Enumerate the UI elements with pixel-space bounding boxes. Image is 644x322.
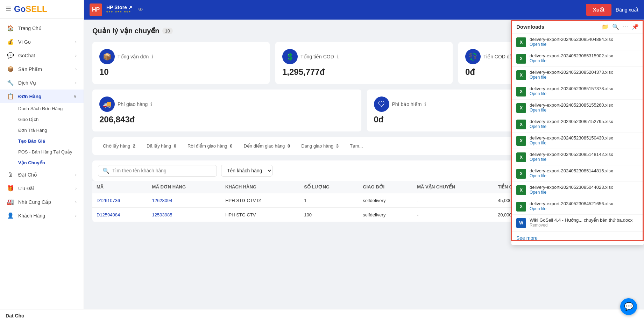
sidebar-item-san-pham[interactable]: 📦 Sản Phẩm ›	[0, 62, 84, 76]
info-icon: ℹ	[151, 54, 153, 59]
xuat-button[interactable]: Xuất	[586, 4, 611, 16]
info-icon: ℹ	[424, 101, 426, 107]
download-item[interactable]: Xdelivery-export-20240523084521656.xlsxO…	[511, 198, 644, 215]
col-giao-boi: GIAO BỞI	[359, 181, 413, 193]
sidebar: ☰ GoSELL 🏠 Trang Chủ 💰 Ví Go › 💬 GoChat …	[0, 0, 84, 322]
sidebar-item-giao-dich[interactable]: Giao Dịch	[0, 114, 84, 125]
sidebar-item-vi-go[interactable]: 💰 Ví Go ›	[0, 35, 84, 49]
download-info: delivery-export-20240523085150430.xlsxOp…	[530, 135, 639, 145]
gift-icon: 🎁	[7, 185, 14, 192]
download-filename: delivery-export-20240523085204373.xlsx	[530, 70, 639, 75]
sidebar-item-nha-cung-cap[interactable]: 🏭 Nhà Cung Cấp ›	[0, 195, 84, 209]
sidebar-item-pos[interactable]: POS - Bán Hàng Tại Quầy	[0, 146, 84, 157]
filter-select[interactable]: Tên khách hàng	[221, 165, 273, 177]
more-icon[interactable]: ⋯	[623, 23, 628, 30]
download-item[interactable]: Xdelivery-export-20240523085044023.xlsxO…	[511, 182, 644, 198]
tab-da-lay-hang[interactable]: Đã lấy hàng 0	[142, 141, 181, 151]
ma-don-link[interactable]: 12628094	[152, 198, 172, 203]
download-item[interactable]: Xdelivery-export-20240523085404884.xlsxO…	[511, 34, 644, 50]
download-open-file[interactable]: Open file	[530, 206, 639, 211]
download-item[interactable]: Xdelivery-export-20240523085152795.xlsxO…	[511, 116, 644, 133]
download-item[interactable]: Xdelivery-export-20240523085157378.xlsxO…	[511, 83, 644, 100]
download-open-file[interactable]: Open file	[530, 75, 639, 80]
excel-icon: X	[516, 103, 526, 113]
tab-dang-giao[interactable]: Đang giao hàng 3	[296, 141, 344, 151]
download-item[interactable]: WWiki GoSell 4.4 - Hướng... chuyển bên t…	[511, 215, 644, 231]
sidebar-item-gochat[interactable]: 💬 GoChat ›	[0, 49, 84, 62]
tab-roi-diem[interactable]: Rời điểm giao hàng 0	[183, 141, 237, 151]
download-item[interactable]: Xdelivery-export-20240523085204373.xlsxO…	[511, 67, 644, 83]
download-open-file[interactable]: Open file	[530, 42, 639, 47]
sidebar-item-don-hang[interactable]: 📋 Đơn Hàng ∨	[0, 90, 84, 103]
ma-link[interactable]: D12610736	[97, 198, 120, 203]
excel-icon: X	[516, 54, 526, 64]
download-item[interactable]: Xdelivery-export-20240523085315902.xlsxO…	[511, 50, 644, 67]
stat-value-tong-van-don: 10	[99, 67, 263, 77]
download-item[interactable]: Xdelivery-export-20240523085148142.xlsxO…	[511, 149, 644, 165]
sidebar-item-dat-cho[interactable]: 🗓 Đặt Chỗ ›	[0, 168, 84, 181]
sidebar-item-don-tra-hang[interactable]: Đơn Trả Hàng	[0, 125, 84, 136]
exchange-icon: 💱	[465, 49, 481, 64]
excel-icon: X	[516, 202, 526, 212]
download-info: delivery-export-20240523085404884.xlsxOp…	[530, 37, 639, 47]
sidebar-item-khach-hang[interactable]: 👤 Khách Hàng ›	[0, 209, 84, 222]
download-open-file[interactable]: Open file	[530, 157, 639, 162]
download-open-file[interactable]: Open file	[530, 91, 639, 96]
chevron-right-icon: ›	[75, 80, 77, 85]
search-input-wrap: 🔍	[98, 165, 217, 177]
sidebar-item-label: POS - Bán Hàng Tại Quầy	[18, 149, 72, 155]
col-ma: MÃ	[92, 181, 148, 193]
download-open-file[interactable]: Open file	[530, 58, 639, 63]
excel-icon: X	[516, 37, 526, 47]
tab-cho-lay-hang[interactable]: Chờ lấy hàng 2	[98, 141, 140, 151]
giao-boi: selfdelivery	[359, 208, 413, 222]
download-open-file[interactable]: Open file	[530, 141, 639, 145]
tab-label: Chờ lấy hàng	[103, 143, 130, 149]
download-filename: delivery-export-20240523085152795.xlsx	[530, 119, 639, 124]
downloads-title: Downloads	[516, 24, 599, 30]
download-info: delivery-export-20240523085144815.xlsxOp…	[530, 168, 639, 178]
sidebar-item-tao-bao-gia[interactable]: Tạo Báo Giá	[0, 136, 84, 146]
tab-den-diem[interactable]: Đến điểm giao hàng 0	[239, 141, 295, 151]
download-item[interactable]: Xdelivery-export-20240523085150430.xlsxO…	[511, 133, 644, 149]
ma-don-link[interactable]: 12593985	[152, 212, 172, 217]
search-input[interactable]	[112, 168, 212, 173]
chevron-right-icon: ›	[75, 172, 77, 177]
download-open-file[interactable]: Open file	[530, 190, 639, 195]
pin-icon[interactable]: 📌	[632, 23, 639, 30]
sidebar-item-danh-sach-don-hang[interactable]: Danh Sách Đơn Hàng	[0, 103, 84, 114]
sidebar-item-label: Sản Phẩm	[18, 66, 42, 72]
download-info: delivery-export-20240523085204373.xlsxOp…	[530, 70, 639, 80]
sidebar-item-dich-vu[interactable]: 🔧 Dịch Vụ ›	[0, 76, 84, 90]
tab-label: Tạm...	[350, 143, 363, 149]
chat-button[interactable]: 💬	[620, 298, 637, 315]
tab-label: Đã lấy hàng	[147, 143, 171, 149]
stat-card-tong-van-don: 📦 Tổng vận đơn ℹ 10	[92, 42, 270, 84]
tab-count: 0	[230, 143, 232, 149]
stat-label: Phí giao hàng	[118, 101, 148, 107]
sidebar-item-van-chuyen[interactable]: Vận Chuyển	[0, 157, 84, 168]
download-info: delivery-export-20240523085148142.xlsxOp…	[530, 152, 639, 162]
hamburger-icon[interactable]: ☰	[6, 5, 11, 13]
download-item[interactable]: Xdelivery-export-20240523085144815.xlsxO…	[511, 165, 644, 182]
download-open-file[interactable]: Open file	[530, 173, 639, 178]
ma-link[interactable]: D12594084	[97, 212, 120, 217]
folder-icon[interactable]: 📁	[602, 23, 609, 30]
sidebar-item-label: Danh Sách Đơn Hàng	[18, 106, 63, 111]
download-open-file[interactable]: Open file	[530, 108, 639, 113]
sidebar-item-uu-dai[interactable]: 🎁 Ưu Đãi ›	[0, 181, 84, 195]
download-open-file[interactable]: Open file	[530, 124, 639, 129]
download-info: delivery-export-20240523085152795.xlsxOp…	[530, 119, 639, 129]
sidebar-item-label: GoChat	[18, 53, 35, 58]
sidebar-item-trang-chu[interactable]: 🏠 Trang Chủ	[0, 21, 84, 35]
search-icon[interactable]: 🔍	[612, 23, 619, 30]
store-name: HP Store ↗	[106, 5, 132, 10]
dangxuat-button[interactable]: Đăng xuất	[616, 7, 638, 13]
eye-icon[interactable]: 👁	[138, 7, 143, 13]
see-more-link[interactable]: See more	[516, 235, 538, 241]
tab-tam[interactable]: Tạm...	[345, 141, 368, 151]
external-link-icon[interactable]: ↗	[128, 5, 132, 10]
chevron-down-icon: ∨	[73, 94, 77, 99]
download-item[interactable]: Xdelivery-export-20240523085155260.xlsxO…	[511, 100, 644, 116]
info-icon: ℹ	[150, 101, 152, 107]
